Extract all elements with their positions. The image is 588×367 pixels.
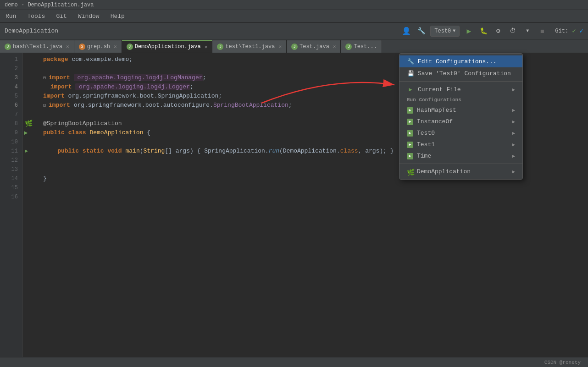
tab-close-test1[interactable]: ✕ [278, 44, 282, 49]
run-config-icon-time: ▶ [407, 153, 413, 159]
menu-edit-configurations[interactable]: 🔧 Edit Configurations... [399, 55, 522, 67]
tab-icon-testjava: J [291, 44, 298, 50]
menu-demo-application[interactable]: 🌿 DemoApplication ▶ [399, 166, 522, 177]
time-label: Time [417, 153, 431, 159]
menu-help[interactable]: Help [109, 12, 127, 21]
menu-hashmaptest[interactable]: ▶ HashMapTest ▶ [399, 104, 522, 116]
line-num-13: 13 [0, 165, 22, 174]
gutter: 🌿 ▶ ▶ [23, 53, 36, 357]
menu-test1[interactable]: ▶ Test1 ▶ [399, 139, 522, 150]
line-num-11: 11 [0, 147, 22, 156]
menu-window[interactable]: Window [76, 12, 101, 21]
title-bar: demo - DemoApplication.java [0, 0, 588, 10]
git-check-icon: ✓ [572, 27, 576, 35]
menu-test0[interactable]: ▶ Test0 ▶ [399, 127, 522, 139]
gutter-6 [23, 101, 36, 110]
line-num-16: 16 [0, 192, 22, 202]
demo-application-label: DemoApplication [417, 168, 471, 175]
line-num-10: 10 [0, 137, 22, 147]
wrench-icon: 🔧 [407, 58, 414, 65]
gutter-7 [23, 110, 36, 119]
chevron-right-hashmaptest: ▶ [512, 107, 515, 113]
tab-icon-hash: J [5, 44, 11, 50]
tab-icon-test1: J [217, 44, 223, 50]
tab-test-java[interactable]: J Test.java ✕ [287, 40, 341, 53]
run-button[interactable]: ▶ [463, 26, 474, 37]
gutter-4 [23, 82, 36, 92]
run-line-icon[interactable]: ▶ [25, 147, 28, 156]
run-config-dropdown[interactable]: Test0 ▼ [430, 26, 460, 37]
gutter-9: ▶ [23, 128, 36, 137]
tab-label-hash: hash\Test1.java [13, 44, 62, 50]
bean-icon[interactable]: 🌿 [25, 119, 33, 128]
gutter-1 [23, 55, 36, 64]
gutter-8: 🌿 [23, 119, 36, 128]
file-icon: ▶ [407, 86, 414, 93]
tab-label-test1: test\Test1.java [225, 44, 275, 50]
run-config-icon-instanceof: ▶ [407, 119, 413, 125]
line-num-9: 9 [0, 128, 22, 137]
line-num-15: 15 [0, 183, 22, 192]
menu-run[interactable]: Run [4, 12, 18, 21]
tab-demo-app[interactable]: J DemoApplication.java ✕ [122, 40, 213, 53]
chevron-right-test1: ▶ [512, 142, 515, 148]
gutter-11: ▶ [23, 147, 36, 156]
separator-1 [399, 81, 522, 82]
line-numbers: 1 2 3 4 5 6 7 8 9 10 11 12 13 14 15 16 [0, 53, 23, 357]
tab-label-testjava: Test.java [300, 44, 329, 50]
menu-current-file[interactable]: ▶ Current File ▶ [399, 83, 522, 95]
debug-button[interactable]: 🐛 [478, 26, 489, 37]
tab-test-more[interactable]: J Test... [341, 40, 382, 53]
run-config-icon-test0: ▶ [407, 130, 413, 137]
chevron-right-test0: ▶ [512, 130, 515, 136]
tab-icon-demo: J [127, 44, 133, 50]
gutter-5 [23, 92, 36, 101]
app-title: DemoApplication [5, 27, 397, 34]
menu-save-configuration[interactable]: 💾 Save 'Test0' Configuration [399, 67, 522, 79]
git-check-icon2: ✓ [580, 27, 583, 35]
tab-test1[interactable]: J test\Test1.java ✕ [212, 40, 287, 53]
run-config-menu: 🔧 Edit Configurations... 💾 Save 'Test0' … [399, 53, 523, 180]
tab-hash-test1[interactable]: J hash\Test1.java ✕ [0, 40, 74, 53]
chevron-right-icon: ▶ [512, 87, 515, 93]
run-config-label: Test0 [434, 28, 451, 34]
tab-label-testmore: Test... [354, 44, 377, 50]
more-button[interactable]: ▼ [522, 26, 533, 37]
line-num-2: 2 [0, 64, 22, 73]
status-text: CSDN @ronety [544, 360, 581, 365]
run-gutter-icon[interactable]: ▶ [24, 128, 28, 137]
settings-button[interactable]: 🔧 [416, 26, 427, 37]
menu-instanceof[interactable]: ▶ InstanceOf ▶ [399, 116, 522, 127]
tab-label-grep: grep.sh [87, 44, 110, 50]
line-num-7: 7 [0, 110, 22, 119]
build-button[interactable]: ⚙ [493, 26, 504, 37]
tab-close-demo[interactable]: ✕ [205, 44, 208, 50]
stop-button[interactable]: ◼ [537, 26, 548, 37]
menu-time[interactable]: ▶ Time ▶ [399, 150, 522, 162]
line-num-5: 5 [0, 92, 22, 101]
menu-tools[interactable]: Tools [25, 12, 47, 21]
tab-close-grep[interactable]: ✕ [114, 44, 117, 49]
current-file-label: Current File [418, 86, 461, 93]
tab-grep[interactable]: S grep.sh ✕ [74, 40, 122, 53]
tab-label-demo: DemoApplication.java [135, 44, 201, 50]
tab-close-hash[interactable]: ✕ [66, 44, 69, 49]
test0-label: Test0 [417, 130, 435, 137]
spring-leaf-icon: 🌿 [407, 169, 413, 175]
chevron-right-time: ▶ [512, 153, 515, 159]
line-num-3: 3 [0, 73, 22, 82]
gutter-2 [23, 64, 36, 73]
run-configs-section-label: Run Configurations [399, 95, 522, 104]
line-num-14: 14 [0, 174, 22, 183]
line-num-1: 1 [0, 55, 22, 64]
instanceof-label: InstanceOf [417, 118, 453, 125]
account-button[interactable]: 👤 [401, 26, 412, 37]
code-line-15 [43, 183, 588, 192]
menu-git[interactable]: Git [54, 12, 68, 21]
profiler-button[interactable]: ⏱ [507, 26, 518, 37]
hashmaptest-label: HashMapTest [417, 107, 456, 114]
git-label: Git: [555, 28, 568, 34]
tab-close-testjava[interactable]: ✕ [333, 44, 336, 49]
line-num-12: 12 [0, 156, 22, 165]
code-line-16 [43, 192, 588, 202]
